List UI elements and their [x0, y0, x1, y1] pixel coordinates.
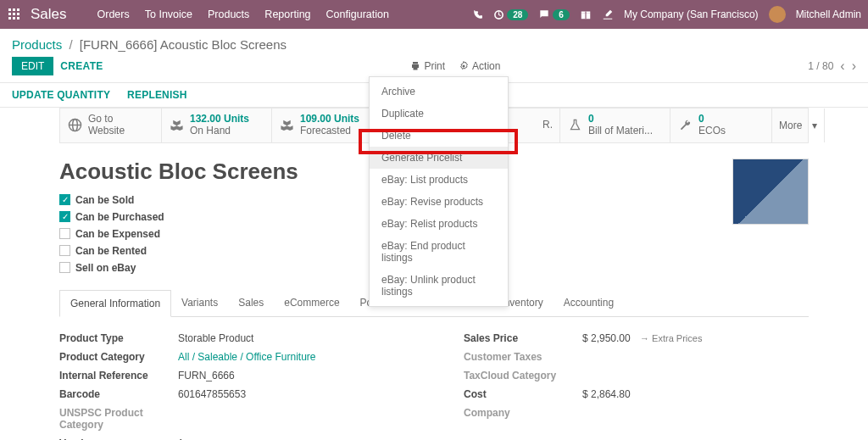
create-button[interactable]: CREATE	[60, 60, 103, 72]
stat-bom[interactable]: 0Bill of Materi...	[560, 109, 670, 142]
checkbox-icon: ✓	[59, 211, 70, 222]
tab-variants[interactable]: Variants	[171, 290, 228, 316]
svg-rect-6	[8, 17, 11, 19]
checkbox-icon	[59, 262, 70, 273]
nav-to-invoice[interactable]: To Invoice	[145, 8, 192, 20]
action-delete[interactable]: Delete	[370, 125, 508, 147]
messaging-indicator[interactable]: 6	[538, 8, 570, 20]
version-value: 1	[178, 437, 404, 440]
fields: Product TypeStorable Product Product Cat…	[59, 329, 809, 440]
tools-icon[interactable]	[602, 8, 614, 20]
svg-rect-3	[8, 13, 11, 15]
checkbox-icon	[59, 245, 70, 256]
breadcrumb-root[interactable]: Products	[12, 37, 62, 52]
print-icon	[410, 61, 420, 71]
pager: 1 / 80 ‹ ›	[808, 58, 856, 74]
navbar-right: 28 6 My Company (San Francisco) Mitchell…	[472, 6, 861, 23]
action-duplicate[interactable]: Duplicate	[370, 103, 508, 125]
messaging-badge: 6	[553, 9, 570, 20]
globe-icon	[67, 118, 82, 132]
replenish-button[interactable]: REPLENISH	[127, 89, 186, 101]
checkbox-icon: ✓	[59, 194, 70, 205]
unspsc-value	[178, 407, 404, 431]
update-quantity-button[interactable]: UPDATE QUANTITY	[12, 89, 110, 101]
action-ebay-unlink[interactable]: eBay: Unlink product listings	[370, 269, 508, 303]
extra-prices-link[interactable]: → Extra Prices	[640, 333, 702, 343]
nav-configuration[interactable]: Configuration	[326, 8, 389, 20]
edit-button[interactable]: EDIT	[12, 57, 53, 75]
pager-value[interactable]: 1 / 80	[808, 60, 833, 72]
action-ebay-relist[interactable]: eBay: Relist products	[370, 213, 508, 235]
action-ebay-list[interactable]: eBay: List products	[370, 169, 508, 191]
cost-value: $ 2,864.80	[582, 388, 809, 400]
avatar[interactable]	[769, 6, 786, 23]
action-ebay-revise[interactable]: eBay: Revise products	[370, 191, 508, 213]
barcode-value: 601647855653	[178, 388, 404, 400]
caret-down-icon: ▾	[812, 120, 817, 131]
action-generate-pricelist[interactable]: Generate Pricelist	[370, 147, 508, 169]
svg-rect-13	[585, 12, 586, 19]
apps-icon[interactable]	[7, 7, 22, 22]
stat-onhand[interactable]: 132.00 UnitsOn Hand	[162, 109, 272, 142]
phone-icon[interactable]	[472, 9, 483, 20]
action-button[interactable]: Action	[459, 60, 500, 72]
internal-reference-value: FURN_6666	[178, 370, 404, 382]
svg-rect-2	[17, 8, 19, 11]
action-dropdown: Archive Duplicate Delete Generate Pricel…	[369, 76, 509, 307]
tab-accounting[interactable]: Accounting	[554, 290, 624, 316]
tab-sales[interactable]: Sales	[228, 290, 274, 316]
product-image[interactable]	[732, 159, 809, 225]
taxcloud-value	[582, 370, 809, 382]
stat-more[interactable]: More ▾	[772, 109, 825, 142]
nav-menu: Orders To Invoice Products Reporting Con…	[97, 8, 389, 20]
chat-badge: 28	[507, 9, 528, 20]
product-type-value: Storable Product	[178, 332, 404, 344]
wrench-icon	[677, 119, 693, 131]
svg-rect-7	[13, 17, 15, 19]
cubes-icon	[279, 118, 294, 132]
pager-prev[interactable]: ‹	[840, 58, 844, 74]
gear-icon	[459, 61, 469, 71]
tab-general-information[interactable]: General Information	[59, 290, 171, 317]
app-brand[interactable]: Sales	[31, 6, 67, 23]
nav-reporting[interactable]: Reporting	[264, 8, 310, 20]
breadcrumb-current: [FURN_6666] Acoustic Bloc Screens	[80, 37, 287, 52]
action-archive[interactable]: Archive	[370, 81, 508, 103]
user-name[interactable]: Mitchell Admin	[796, 8, 861, 20]
tab-ecommerce[interactable]: eCommerce	[274, 290, 349, 316]
svg-rect-5	[17, 13, 19, 15]
flask-icon	[567, 119, 582, 131]
nav-orders[interactable]: Orders	[97, 8, 130, 20]
print-button[interactable]: Print	[410, 60, 445, 72]
stat-forecast[interactable]: 109.00 UnitsForecasted	[272, 109, 382, 142]
chat-indicator[interactable]: 28	[493, 9, 528, 20]
checkbox-icon	[59, 228, 70, 239]
fields-left: Product TypeStorable Product Product Cat…	[59, 329, 404, 440]
svg-point-14	[463, 65, 465, 68]
svg-rect-1	[13, 8, 15, 11]
action-ebay-end[interactable]: eBay: End product listings	[370, 235, 508, 269]
stat-website[interactable]: Go toWebsite	[60, 109, 162, 142]
nav-products[interactable]: Products	[208, 8, 249, 20]
svg-rect-4	[13, 13, 15, 15]
customer-taxes-value	[582, 351, 809, 363]
sales-price-value: $ 2,950.00 → Extra Prices	[582, 332, 809, 344]
company-switcher[interactable]: My Company (San Francisco)	[624, 8, 759, 20]
svg-rect-0	[8, 8, 11, 11]
product-category-link[interactable]: All / Saleable / Office Furniture	[178, 351, 404, 363]
breadcrumb: Products / [FURN_6666] Acoustic Bloc Scr…	[0, 29, 868, 53]
company-value	[582, 407, 809, 419]
pager-next[interactable]: ›	[852, 58, 856, 74]
gift-icon[interactable]	[580, 8, 592, 20]
cubes-icon	[169, 118, 184, 132]
stat-ecos[interactable]: 0ECOs	[670, 109, 772, 142]
svg-rect-8	[17, 17, 19, 19]
fields-right: Sales Price $ 2,950.00 → Extra Prices Cu…	[464, 329, 809, 440]
navbar: Sales Orders To Invoice Products Reporti…	[0, 0, 868, 29]
